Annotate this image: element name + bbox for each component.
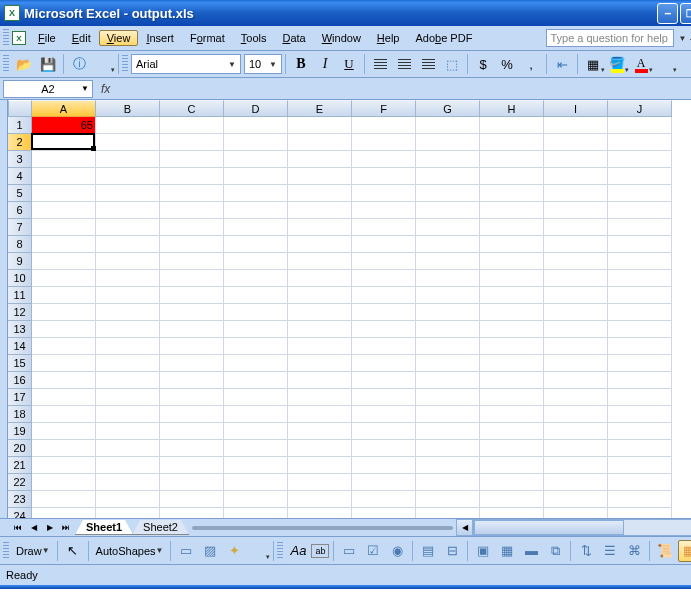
cell[interactable] [352,151,416,168]
cell[interactable] [416,219,480,236]
rectangle-icon[interactable]: ▭ [175,540,197,562]
align-right-button[interactable] [417,53,439,75]
cell[interactable] [608,491,672,508]
cell[interactable] [416,406,480,423]
cell[interactable] [352,202,416,219]
cell[interactable] [96,372,160,389]
permissions-icon[interactable]: ⓘ [68,53,90,75]
cell[interactable] [32,236,96,253]
toolbar-options-icon[interactable] [92,53,114,75]
cell[interactable] [416,440,480,457]
cell[interactable] [288,440,352,457]
cell[interactable] [32,151,96,168]
cell[interactable] [480,372,544,389]
groupbox-icon[interactable]: ▣ [472,540,494,562]
row-header[interactable]: 18 [8,406,32,423]
cell[interactable] [288,457,352,474]
minimize-button[interactable] [657,3,678,24]
row-header[interactable]: 19 [8,423,32,440]
cell[interactable] [544,423,608,440]
cell[interactable] [96,423,160,440]
scroll-thumb[interactable] [474,520,624,535]
cell[interactable] [352,168,416,185]
cell[interactable] [160,338,224,355]
cell[interactable] [96,508,160,518]
cell[interactable] [96,474,160,491]
cell[interactable] [160,151,224,168]
cell[interactable] [480,270,544,287]
row-header[interactable]: 1 [8,117,32,134]
cell[interactable] [544,389,608,406]
cell[interactable] [480,287,544,304]
cell[interactable] [224,423,288,440]
select-all-corner[interactable] [8,100,32,117]
cell[interactable] [608,185,672,202]
cell[interactable] [160,491,224,508]
button-icon[interactable]: ▬ [520,540,542,562]
cell[interactable] [352,406,416,423]
column-header[interactable]: I [544,100,608,117]
cell[interactable] [608,134,672,151]
cell[interactable] [608,168,672,185]
cell[interactable] [96,338,160,355]
underline-button[interactable]: U [338,53,360,75]
cell[interactable] [416,270,480,287]
spinner-icon[interactable]: ⧉ [544,540,566,562]
cell[interactable] [32,134,96,151]
cell[interactable] [224,338,288,355]
column-header[interactable]: A [32,100,96,117]
cell[interactable] [480,389,544,406]
cell[interactable] [32,202,96,219]
column-header[interactable]: G [416,100,480,117]
cell[interactable] [288,508,352,518]
cell[interactable] [480,117,544,134]
cell[interactable] [224,287,288,304]
row-header[interactable]: 11 [8,287,32,304]
cell[interactable] [224,270,288,287]
cell[interactable] [352,508,416,518]
cell[interactable] [608,440,672,457]
cell[interactable] [96,457,160,474]
cell[interactable] [32,389,96,406]
font-size-combo[interactable]: 10▼ [244,54,282,74]
cell[interactable] [32,474,96,491]
cell[interactable] [224,491,288,508]
menu-edit[interactable]: Edit [64,30,99,46]
cell[interactable] [416,185,480,202]
toolbar-options-icon[interactable] [654,53,676,75]
cell[interactable] [224,202,288,219]
tab-sheet2[interactable]: Sheet2 [132,520,189,535]
cell[interactable] [96,321,160,338]
column-header[interactable]: J [608,100,672,117]
cell[interactable] [544,321,608,338]
combobox-icon[interactable]: ⊟ [441,540,463,562]
cell[interactable] [160,253,224,270]
cell[interactable] [288,491,352,508]
cell[interactable] [96,219,160,236]
cell[interactable] [416,372,480,389]
grip-icon[interactable] [3,542,9,560]
cell[interactable] [288,185,352,202]
font-color-button[interactable]: A [630,53,652,75]
cell[interactable] [416,117,480,134]
cell[interactable] [544,304,608,321]
decrease-indent-button[interactable]: ⇤ [551,53,573,75]
cell[interactable] [160,185,224,202]
cell[interactable] [96,440,160,457]
cell[interactable] [544,270,608,287]
menu-insert[interactable]: Insert [138,30,182,46]
cell[interactable] [288,287,352,304]
cell[interactable] [480,168,544,185]
cell[interactable] [352,270,416,287]
cell[interactable] [288,151,352,168]
cell[interactable] [288,338,352,355]
cell[interactable] [544,338,608,355]
font-name-combo[interactable]: Arial▼ [131,54,241,74]
insert-clipart-icon[interactable]: ✦ [223,540,245,562]
menu-file[interactable]: File [30,30,64,46]
cell[interactable] [32,355,96,372]
column-header[interactable]: F [352,100,416,117]
cell[interactable] [608,508,672,518]
cell[interactable] [32,287,96,304]
cell[interactable] [480,508,544,518]
